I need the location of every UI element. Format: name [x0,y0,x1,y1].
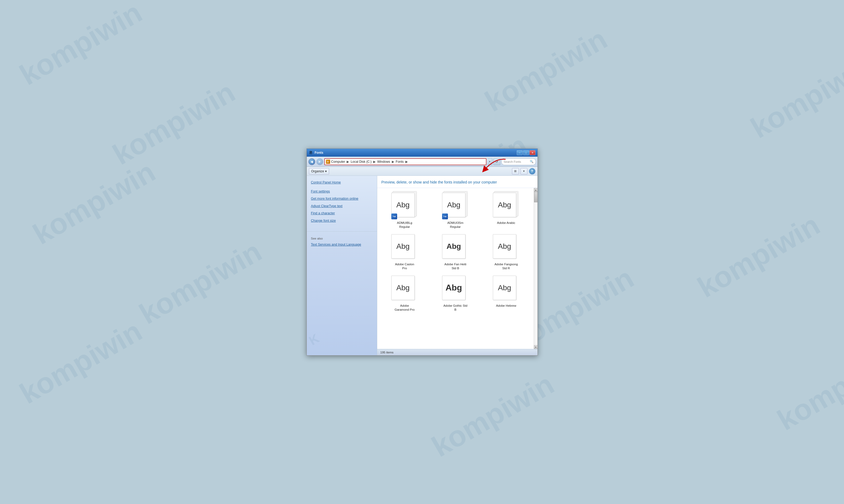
font-preview-adobe-caslon: Abg [396,242,410,251]
breadcrumb-fonts[interactable]: Fonts [396,160,404,164]
font-name-adobe-garamond: AdobeGaramond Pro [395,304,414,312]
title-bar-left: 🖹 Fonts [309,150,324,155]
font-preview-adobe-fangsong: Abg [498,242,511,251]
font-name-adobe-gothic: Adobe Gothic StdB [443,304,467,312]
title-bar: 🖹 Fonts ─ □ ✕ [307,149,537,157]
font-name-adobe-caslon: Adobe CaslonPro [395,262,414,270]
description-header: Preview, delete, or show and hide the fo… [377,176,537,188]
font-page-adobe-fan-heiti: Abg [442,234,465,259]
fonts-grid-container[interactable]: Abg ↪ ADMUIBLgRegular [377,188,534,349]
back-button[interactable]: ◀ [308,158,315,165]
breadcrumb-windows[interactable]: Windows [377,160,390,164]
search-placeholder-text: Search Fonts [504,160,521,163]
font-icon-adobe-fan-heiti: Abg [442,234,469,261]
font-item-adobe-gothic[interactable]: Abg Adobe Gothic StdB [431,274,480,313]
font-page-adobe-caslon: Abg [391,234,415,259]
sidebar-item-change-font-size[interactable]: Change font size [307,217,377,224]
toolbar: Organize ▾ ⊞ ▾ ? [307,167,537,176]
search-box[interactable]: Search Fonts 🔍 [501,158,536,165]
sidebar-item-more-font-info[interactable]: Get more font information online [307,195,377,203]
scroll-track-area [534,192,537,345]
font-preview-adobe-hebrew: Abg [498,284,511,292]
organize-label: Organize [311,169,324,173]
address-box[interactable]: A Computer ▶ Local Disk (C:) ▶ Windows ▶… [324,158,486,165]
font-preview-adobe-garamond: Abg [396,284,410,292]
address-dropdown-button[interactable]: ▾ [487,158,492,165]
font-icon-adobe-garamond: Abg [391,276,418,302]
sidebar-item-control-panel-home[interactable]: Control Panel Home [307,179,377,186]
breadcrumb-sep3: ▶ [392,160,394,164]
breadcrumb-localdisk[interactable]: Local Disk (C:) [351,160,372,164]
shortcut-icon-admui3lg: ↪ [391,214,397,219]
font-icon-adobe-gothic: Abg [442,276,469,302]
maximize-button[interactable]: □ [523,150,529,155]
forward-button[interactable]: ▶ [316,158,323,165]
view-button[interactable]: ⊞ [512,168,519,175]
fonts-area: Abg ↪ ADMUIBLgRegular [377,188,537,349]
window-icon: 🖹 [309,150,313,155]
address-folder-icon: A [326,160,330,164]
main-panel: Preview, delete, or show and hide the fo… [377,176,537,355]
font-page-adobe-hebrew: Abg [493,276,516,300]
font-item-adobe-garamond[interactable]: Abg AdobeGaramond Pro [380,274,429,313]
description-text: Preview, delete, or show and hide the fo… [381,180,533,185]
font-page-front-adobe-arabic: Abg [493,193,516,217]
font-stack-adobe-arabic: Abg [493,193,516,217]
sidebar-item-adjust-cleartype[interactable]: Adjust ClearType text [307,203,377,210]
font-page-adobe-gothic: Abg [442,276,465,300]
font-preview-adobe-fan-heiti: Abg [447,242,461,251]
font-name-adobe-fangsong: Adobe FangsongStd R [495,262,518,270]
sidebar-item-font-settings[interactable]: Font settings [307,188,377,195]
font-item-adobe-arabic[interactable]: Abg Adobe Arabic [482,191,531,231]
breadcrumb-sep2: ▶ [373,160,376,164]
font-item-admui3lg[interactable]: Abg ↪ ADMUIBLgRegular [380,191,429,231]
breadcrumb-sep1: ▶ [347,160,349,164]
sidebar-see-also-heading: See also [307,233,377,241]
window-title: Fonts [315,151,324,155]
item-count: 195 items [380,351,394,354]
font-preview-adobe-gothic: Abg [446,283,462,293]
refresh-button[interactable]: ⟳ [493,158,500,165]
font-item-admui3sm[interactable]: Abg ↪ ADMUI3SmRegular [431,191,480,231]
font-name-adobe-arabic: Adobe Arabic [497,221,515,225]
view-dropdown-button[interactable]: ▾ [520,168,528,175]
font-page-adobe-fangsong: Abg [493,234,516,259]
address-bar: ◀ ▶ A Computer ▶ Local Disk (C:) ▶ Windo… [307,157,537,167]
close-button[interactable]: ✕ [530,150,535,155]
font-icon-adobe-arabic: Abg [493,193,519,219]
search-icon: 🔍 [530,160,534,163]
scroll-down-button[interactable]: ▼ [534,345,537,349]
font-icon-adobe-hebrew: Abg [493,276,519,302]
title-bar-controls: ─ □ ✕ [517,150,535,155]
font-name-adobe-fan-heiti: Adobe Fan HeitiStd B [445,262,466,270]
sidebar: Control Panel Home Font settings Get mor… [307,176,377,355]
scrollbar: ▲ ▼ [534,188,537,349]
sidebar-item-text-services[interactable]: Text Services and Input Language [307,241,377,249]
font-item-adobe-hebrew[interactable]: Abg Adobe Hebrew [482,274,531,313]
sidebar-item-find-character[interactable]: Find a character [307,210,377,217]
minimize-button[interactable]: ─ [517,150,523,155]
shortcut-icon-admui3sm: ↪ [442,214,448,219]
breadcrumb-computer[interactable]: Computer [331,160,345,164]
scroll-up-button[interactable]: ▲ [534,188,537,192]
main-window: 🖹 Fonts ─ □ ✕ ◀ ▶ A Computer ▶ Local Dis… [307,148,538,356]
breadcrumb-sep4: ▶ [406,160,408,164]
font-name-adobe-hebrew: Adobe Hebrew [496,304,516,308]
font-item-adobe-fan-heiti[interactable]: Abg Adobe Fan HeitiStd B [431,233,480,272]
sidebar-watermark-area: K [307,249,377,353]
font-page-adobe-garamond: Abg [391,276,415,300]
font-item-adobe-fangsong[interactable]: Abg Adobe FangsongStd R [482,233,531,272]
scroll-thumb[interactable] [534,192,537,202]
fonts-grid: Abg ↪ ADMUIBLgRegular [379,190,532,314]
font-icon-adobe-fangsong: Abg [493,234,519,261]
font-item-adobe-caslon[interactable]: Abg Adobe CaslonPro [380,233,429,272]
help-button[interactable]: ? [529,168,535,175]
sidebar-divider [307,231,377,232]
font-name-admui3sm: ADMUI3SmRegular [447,221,464,229]
font-preview-adobe-arabic: Abg [498,201,511,209]
font-preview-admui3sm: Abg [447,201,461,209]
organize-button[interactable]: Organize ▾ [309,168,329,175]
font-icon-admui3lg: Abg ↪ [391,193,418,219]
organize-arrow-icon: ▾ [325,169,327,173]
font-name-admui3lg: ADMUIBLgRegular [397,221,412,229]
